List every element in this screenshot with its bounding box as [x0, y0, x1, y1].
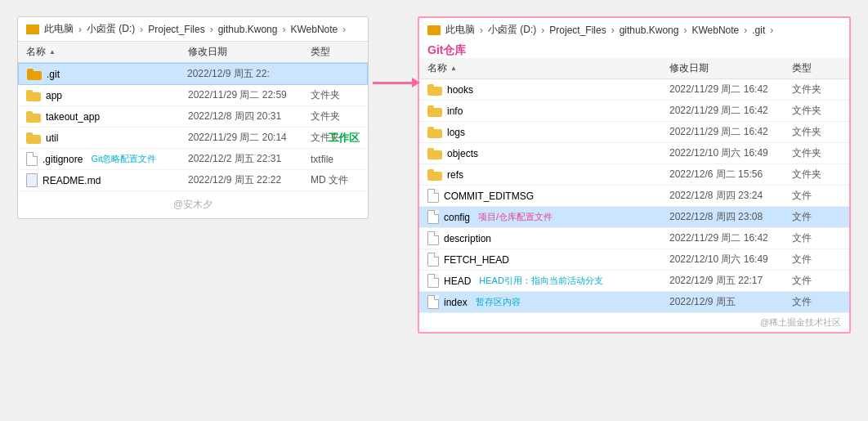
row-readme[interactable]: README.md 2022/12/9 周五 22:22 MD 文件	[18, 170, 368, 191]
util-name: util	[46, 132, 58, 144]
row-git[interactable]: .git 2022/12/9 周五 22:	[18, 63, 368, 85]
fetchhead-date: 2022/12/10 周六 16:49	[669, 253, 792, 266]
gitignore-name: .gitignore	[43, 154, 83, 165]
app-name: app	[46, 90, 62, 101]
left-breadcrumb: 此电脑 › 小卤蛋 (D:) › Project_Files › github.…	[18, 17, 368, 42]
row-description[interactable]: description 2022/11/29 周二 16:42 文件	[419, 228, 849, 249]
right-column-header: 名称 ▲ 修改日期 类型	[419, 58, 849, 79]
file-icon-head	[427, 274, 439, 288]
fetchhead-type: 文件	[792, 253, 841, 266]
gitignore-date: 2022/12/2 周五 22:31	[188, 152, 311, 166]
right-col-name: 名称	[427, 61, 447, 75]
file-icon-description	[427, 231, 439, 245]
index-name: index	[444, 297, 468, 308]
commit-type: 文件	[792, 189, 841, 203]
hooks-name: hooks	[447, 84, 473, 96]
right-watermark: @稀土掘金技术社区	[419, 313, 849, 332]
bc-drive: 小卤蛋 (D:)	[87, 22, 135, 36]
bc-kwebnote: KWebNote	[290, 24, 338, 35]
file-icon-gitignore	[26, 152, 38, 166]
row-hooks[interactable]: hooks 2022/11/29 周二 16:42 文件夹	[419, 79, 849, 101]
row-commit-editmsg[interactable]: COMMIT_EDITMSG 2022/12/8 周四 23:24 文件	[419, 186, 849, 207]
index-date: 2022/12/9 周五	[669, 295, 792, 309]
left-column-header: 名称 ▲ 修改日期 类型	[18, 42, 368, 63]
config-name: config	[444, 212, 470, 223]
info-type: 文件夹	[792, 104, 841, 118]
right-sort-icon: ▲	[450, 65, 457, 72]
commit-name: COMMIT_EDITMSG	[444, 190, 534, 202]
app-date: 2022/11/29 周二 22:59	[188, 88, 311, 102]
readme-type: MD 文件	[311, 173, 360, 187]
row-objects[interactable]: objects 2022/12/10 周六 16:49 文件夹	[419, 143, 849, 164]
app-type: 文件夹	[311, 88, 360, 102]
file-icon-config	[427, 210, 439, 224]
col-date-label: 修改日期	[188, 45, 311, 59]
right-panel: 此电脑 › 小卤蛋 (D:) › Project_Files › github.…	[418, 16, 851, 334]
arrow-container	[369, 82, 418, 84]
rbc-project: Project_Files	[549, 25, 606, 36]
hooks-type: 文件夹	[792, 83, 841, 96]
sort-icon: ▲	[49, 48, 56, 56]
file-icon-fetchhead	[427, 253, 439, 266]
folder-icon-takeout	[26, 111, 41, 123]
fetchhead-name: FETCH_HEAD	[444, 254, 509, 266]
info-date: 2022/11/29 周二 16:42	[669, 104, 792, 118]
work-area-label: 工作区	[328, 131, 360, 146]
col-type-label: 类型	[311, 45, 360, 59]
row-head[interactable]: HEAD HEAD引用：指向当前活动分支 2022/12/9 周五 22:17 …	[419, 271, 849, 292]
row-util[interactable]: util 2022/11/29 周二 20:14 文件夹 工作区	[18, 128, 368, 149]
folder-icon-info	[427, 105, 442, 117]
git-date: 2022/12/9 周五 22:	[187, 67, 310, 81]
right-col-type: 类型	[792, 61, 841, 75]
folder-icon-app	[26, 90, 41, 101]
head-type: 文件	[792, 274, 841, 288]
config-annotation: 项目/仓库配置文件	[478, 211, 553, 223]
index-type: 文件	[792, 295, 841, 309]
folder-icon-objects	[427, 148, 442, 159]
row-index[interactable]: index 暂存区内容 2022/12/9 周五 文件	[419, 292, 849, 313]
description-name: description	[444, 233, 491, 244]
folder-icon-util	[26, 132, 41, 144]
navigation-arrow	[373, 82, 414, 84]
bc-computer: 此电脑	[44, 22, 74, 36]
bc-github: github.Kwong	[218, 24, 278, 35]
row-logs[interactable]: logs 2022/11/29 周二 16:42 文件夹	[419, 122, 849, 143]
left-panel: 此电脑 › 小卤蛋 (D:) › Project_Files › github.…	[17, 16, 369, 219]
bc-project-files: Project_Files	[148, 24, 204, 35]
row-refs[interactable]: refs 2022/12/6 周二 15:56 文件夹	[419, 164, 849, 186]
file-icon-index	[427, 295, 439, 309]
col-name-label: 名称	[26, 45, 46, 59]
rbc-git: .git	[752, 25, 765, 36]
description-date: 2022/11/29 周二 16:42	[669, 231, 792, 245]
gitignore-type: txtfile	[311, 154, 360, 165]
row-config[interactable]: config 项目/仓库配置文件 2022/12/8 周四 23:08 文件	[419, 207, 849, 228]
row-gitignore[interactable]: .gitignore Git忽略配置文件 2022/12/2 周五 22:31 …	[18, 149, 368, 170]
objects-date: 2022/12/10 周六 16:49	[669, 146, 792, 160]
row-info[interactable]: info 2022/11/29 周二 16:42 文件夹	[419, 101, 849, 122]
folder-icon-refs	[427, 169, 442, 181]
logs-type: 文件夹	[792, 125, 841, 139]
git-name: .git	[47, 69, 60, 80]
git-folder-icon	[27, 69, 42, 80]
md-file-icon	[26, 173, 38, 187]
util-date: 2022/11/29 周二 20:14	[188, 131, 311, 145]
head-annotation: HEAD引用：指向当前活动分支	[479, 275, 603, 287]
commit-date: 2022/12/8 周四 23:24	[669, 189, 792, 203]
row-fetch-head[interactable]: FETCH_HEAD 2022/12/10 周六 16:49 文件	[419, 249, 849, 271]
right-breadcrumb: 此电脑 › 小卤蛋 (D:) › Project_Files › github.…	[419, 18, 849, 38]
config-type: 文件	[792, 210, 841, 224]
refs-date: 2022/12/6 周二 15:56	[669, 168, 792, 181]
row-app[interactable]: app 2022/11/29 周二 22:59 文件夹	[18, 85, 368, 106]
folder-icon-logs	[427, 127, 442, 138]
head-name: HEAD	[444, 275, 471, 287]
computer-icon-right	[427, 25, 441, 35]
rbc-computer: 此电脑	[445, 23, 475, 37]
refs-type: 文件夹	[792, 168, 841, 181]
gitignore-annotation: Git忽略配置文件	[91, 153, 156, 165]
right-col-date: 修改日期	[669, 61, 792, 75]
row-takeout[interactable]: takeout_app 2022/12/8 周四 20:31 文件夹	[18, 106, 368, 128]
takeout-name: takeout_app	[46, 111, 100, 123]
head-date: 2022/12/9 周五 22:17	[669, 274, 792, 288]
objects-type: 文件夹	[792, 146, 841, 160]
config-date: 2022/12/8 周四 23:08	[669, 210, 792, 224]
